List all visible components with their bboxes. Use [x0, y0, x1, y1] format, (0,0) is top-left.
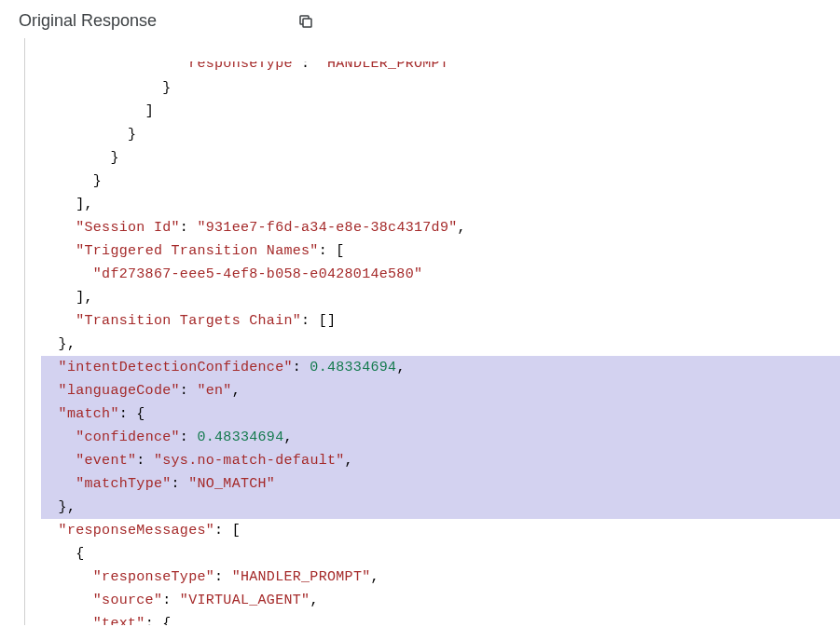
json-key: "responseType" — [93, 569, 214, 585]
json-number: 0.48334694 — [310, 360, 396, 375]
highlighted-line: "matchType": "NO_MATCH" — [41, 472, 840, 496]
json-key: "intentDetectionConfidence" — [59, 360, 293, 375]
json-key: "match" — [59, 406, 119, 422]
json-key: "confidence" — [76, 429, 180, 445]
panel-title: Original Response — [19, 11, 157, 31]
json-string: "en" — [197, 383, 231, 399]
copy-icon[interactable] — [296, 12, 315, 31]
highlighted-line: }, — [41, 496, 840, 519]
json-key: "responseType" — [180, 61, 301, 72]
json-number: 0.48334694 — [197, 429, 283, 445]
json-key: "event" — [76, 453, 136, 469]
highlighted-line: "match": { — [41, 402, 840, 426]
json-key: "source" — [93, 593, 162, 608]
json-string: "HANDLER_PROMPT" — [319, 61, 458, 72]
highlighted-line: "languageCode": "en", — [41, 379, 840, 402]
gutter-line — [24, 38, 25, 625]
json-key: "text" — [93, 616, 145, 625]
json-key: "Transition Targets Chain" — [76, 313, 301, 329]
json-key: "matchType" — [76, 476, 171, 492]
panel-header: Original Response — [0, 0, 840, 38]
json-string: "VIRTUAL_AGENT" — [180, 593, 310, 608]
json-string: "sys.no-match-default" — [154, 453, 345, 469]
highlighted-line: "confidence": 0.48334694, — [41, 426, 840, 449]
highlighted-line: "intentDetectionConfidence": 0.48334694, — [41, 356, 840, 379]
json-string: "NO_MATCH" — [188, 476, 275, 492]
highlighted-line: "event": "sys.no-match-default", — [41, 449, 840, 472]
json-string: "df273867-eee5-4ef8-b058-e0428014e580" — [93, 266, 422, 282]
json-code[interactable]: "responseType": "HANDLER_PROMPT" } ] } }… — [24, 38, 840, 625]
json-key: "responseMessages" — [59, 523, 214, 538]
json-key: "languageCode" — [59, 383, 180, 399]
json-string: "HANDLER_PROMPT" — [232, 569, 371, 585]
json-key: "Triggered Transition Names" — [76, 243, 318, 259]
svg-rect-0 — [303, 19, 311, 27]
json-key: "Session Id" — [76, 220, 180, 236]
code-viewer: "responseType": "HANDLER_PROMPT" } ] } }… — [0, 38, 840, 625]
json-string: "931ee7-f6d-a34-e8e-38c4317d9" — [197, 220, 457, 236]
